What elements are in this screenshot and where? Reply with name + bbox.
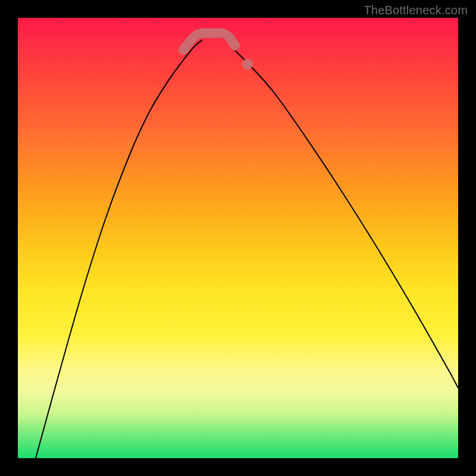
marker-near-minimum bbox=[183, 33, 235, 50]
right-curve-line bbox=[232, 48, 458, 388]
watermark-text: TheBottleneck.com bbox=[364, 4, 468, 17]
marker-dot bbox=[242, 59, 253, 70]
plot-area bbox=[18, 18, 458, 458]
chart-frame: TheBottleneck.com bbox=[0, 0, 476, 476]
left-curve-line bbox=[36, 40, 202, 458]
chart-svg bbox=[18, 18, 458, 458]
